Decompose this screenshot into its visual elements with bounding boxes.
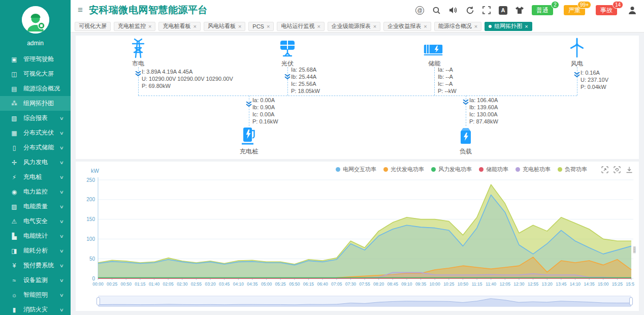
chevron-down-icon: ∨ xyxy=(59,131,64,136)
load-icon[interactable] xyxy=(456,126,476,146)
active-dot-icon xyxy=(489,25,492,28)
sidebar-item-charger[interactable]: ⚡充电桩∨ xyxy=(0,170,71,184)
sidebar-item-pv[interactable]: ▦分布式光伏∨ xyxy=(0,125,71,140)
legend-grid-power[interactable]: 电网交互功率 xyxy=(336,166,376,173)
chevron-down-icon: ∨ xyxy=(59,145,64,150)
legend-pv-power[interactable]: 光伏发电功率 xyxy=(383,166,424,173)
svg-text:10:00: 10:00 xyxy=(430,281,441,287)
sidebar-item-energy-analysis[interactable]: ◨能耗分析∨ xyxy=(0,243,71,258)
user-icon[interactable] xyxy=(628,6,637,15)
svg-text:08:45: 08:45 xyxy=(388,281,399,287)
menu-collapse-icon[interactable]: ≡ xyxy=(78,5,83,15)
sidebar-item-prepaid[interactable]: ¥预付费系统∨ xyxy=(0,258,71,273)
search-icon[interactable] xyxy=(432,6,441,15)
svg-text:15:50: 15:50 xyxy=(626,281,634,287)
sidebar-item-power-stats[interactable]: ▙电能统计∨ xyxy=(0,229,71,243)
sidebar-item-lighting[interactable]: ☼智能照明∨ xyxy=(0,288,71,302)
svg-text:02:05: 02:05 xyxy=(163,281,174,287)
alert-severe-button[interactable]: 严重 99+ xyxy=(564,5,585,15)
axis-drag-handle-icon[interactable]: ≡≡≡ xyxy=(631,247,638,253)
tab-label: 电站运行监视 xyxy=(281,22,314,30)
tab-close-icon[interactable]: × xyxy=(267,23,270,29)
tab-energy-overview[interactable]: 能源综合概况× xyxy=(434,22,481,31)
utility-grid-icon[interactable] xyxy=(128,38,148,58)
tab-topology[interactable]: 组网拓扑图× xyxy=(485,22,532,31)
sidebar-item-label: 电力监控 xyxy=(23,187,60,196)
svg-text:07:05: 07:05 xyxy=(331,281,342,287)
message-icon[interactable]: @ xyxy=(415,6,424,15)
svg-text:02:30: 02:30 xyxy=(177,281,188,287)
legend-load-power[interactable]: 负荷功率 xyxy=(558,166,587,173)
charging-icon: ⚡ xyxy=(10,174,18,181)
battery-icon: ▯ xyxy=(10,144,18,151)
svg-text:100: 100 xyxy=(86,236,95,242)
alert-normal-button[interactable]: 普通 2 xyxy=(532,5,553,15)
volume-icon[interactable] xyxy=(448,6,458,15)
tab-close-icon[interactable]: × xyxy=(424,23,427,29)
sidebar-item-power-monitor[interactable]: ◉电力监控∨ xyxy=(0,184,71,199)
sidebar-item-fire[interactable]: ▮消防火灾∨ xyxy=(0,302,71,315)
tab-label: 企业收益报表 xyxy=(388,22,421,30)
tab-label: 企业级能源报表 xyxy=(332,22,371,30)
power-flow-down-icon xyxy=(246,102,252,107)
legend-charger-power[interactable]: 充电桩功率 xyxy=(516,166,551,173)
svg-text:03:20: 03:20 xyxy=(205,281,216,287)
sidebar-item-power-quality[interactable]: ▨电能质量∨ xyxy=(0,199,71,214)
alert-accident-badge: 14 xyxy=(613,1,623,9)
energy-storage-icon[interactable] xyxy=(423,40,443,60)
sidebar-item-topology[interactable]: ⁂组网拓扑图 xyxy=(0,96,71,111)
tab-windfarm-board[interactable]: 风电站看板× xyxy=(204,22,245,31)
tab-close-icon[interactable]: × xyxy=(148,23,151,29)
tab-bigscreen[interactable]: 可视化大屏 xyxy=(75,22,111,31)
tab-enterprise-energy-report[interactable]: 企业级能源报表× xyxy=(328,22,380,31)
avatar[interactable] xyxy=(22,6,49,34)
sidebar-item-storage[interactable]: ▯分布式储能∨ xyxy=(0,140,71,155)
legend-wind-power[interactable]: 风力发电功率 xyxy=(431,166,472,173)
tab-close-icon[interactable]: × xyxy=(193,23,196,29)
tab-pcs[interactable]: PCS× xyxy=(248,22,274,31)
datazoom-left-handle[interactable] xyxy=(96,297,100,305)
svg-text:250: 250 xyxy=(86,177,95,183)
sidebar-item-reports[interactable]: ▧综合报表∨ xyxy=(0,111,71,125)
power-area-chart[interactable]: 05010015020025000:0000:2500:5001:1501:40… xyxy=(80,176,634,294)
theme-shirt-icon[interactable] xyxy=(515,6,524,15)
sidebar-item-energy-overview[interactable]: ▤能源综合概况 xyxy=(0,81,71,96)
alert-accident-button[interactable]: 事故 14 xyxy=(596,5,617,15)
tab-close-icon[interactable]: × xyxy=(373,23,376,29)
fullscreen-icon[interactable] xyxy=(482,6,491,15)
wind-turbine-icon[interactable] xyxy=(567,38,587,58)
sidebar-item-label: 预付费系统 xyxy=(23,261,60,270)
solar-pv-icon[interactable] xyxy=(277,38,298,58)
legend-storage-power[interactable]: 储能功率 xyxy=(479,166,508,173)
chevron-down-icon: ∨ xyxy=(59,278,64,283)
sidebar-item-bigscreen[interactable]: ◫可视化大屏 xyxy=(0,67,71,81)
datazoom-right-handle[interactable] xyxy=(629,297,633,305)
ev-charger-icon[interactable] xyxy=(239,126,259,146)
datazoom-slider[interactable] xyxy=(98,296,631,307)
svg-text:05:50: 05:50 xyxy=(289,281,300,287)
tab-charger-board[interactable]: 充电桩看板× xyxy=(158,22,200,31)
refresh-icon[interactable] xyxy=(465,6,474,15)
tab-close-icon[interactable]: × xyxy=(525,23,528,29)
chevron-down-icon: ∨ xyxy=(59,204,64,209)
storage-connector-line xyxy=(434,67,435,96)
download-icon[interactable] xyxy=(626,166,633,173)
sidebar-item-cockpit[interactable]: ▣管理驾驶舱 xyxy=(0,52,71,67)
tab-station-monitor[interactable]: 电站运行监视× xyxy=(277,22,324,31)
tab-charger-monitor[interactable]: 充电桩监控× xyxy=(114,22,155,31)
tab-enterprise-revenue-report[interactable]: 企业收益报表× xyxy=(383,22,431,31)
sidebar-item-electrical-safety[interactable]: ⚠电气安全∨ xyxy=(0,214,71,229)
tab-close-icon[interactable]: × xyxy=(474,23,477,29)
restore-icon[interactable] xyxy=(614,166,621,173)
sidebar-item-wind[interactable]: ✢风力发电∨ xyxy=(0,155,71,170)
zoom-select-icon[interactable] xyxy=(601,166,608,173)
tab-label: 组网拓扑图 xyxy=(494,22,522,30)
sidebar-item-device-monitor[interactable]: ≈设备监测∨ xyxy=(0,273,71,288)
currency-icon: ¥ xyxy=(10,262,18,269)
tab-close-icon[interactable]: × xyxy=(238,23,241,29)
bus-line xyxy=(138,96,577,96)
legend-dot-icon xyxy=(516,167,520,172)
tab-close-icon[interactable]: × xyxy=(317,23,320,29)
translate-icon[interactable]: A xyxy=(499,6,507,15)
sidebar-item-label: 综合报表 xyxy=(23,114,60,122)
